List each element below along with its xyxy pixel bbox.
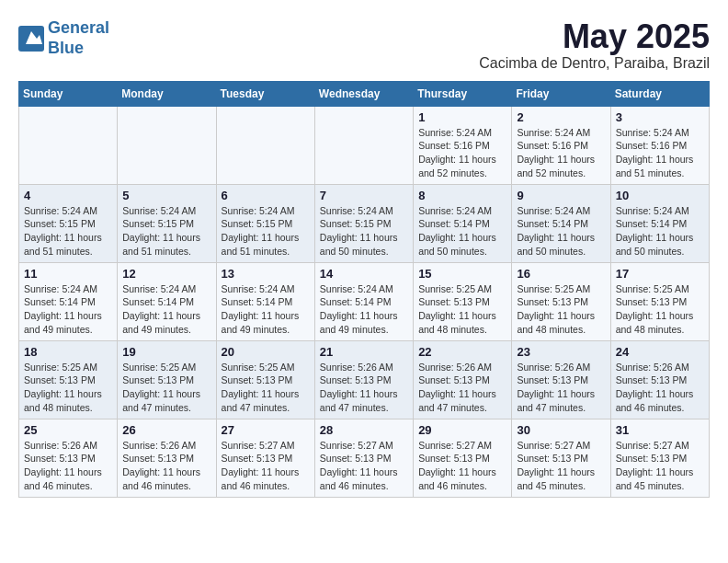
day-number: 14 <box>320 267 408 281</box>
calendar-cell: 15Sunrise: 5:25 AM Sunset: 5:13 PM Dayli… <box>414 262 512 340</box>
calendar-cell: 4Sunrise: 5:24 AM Sunset: 5:15 PM Daylig… <box>19 184 118 262</box>
calendar-table: SundayMondayTuesdayWednesdayThursdayFrid… <box>18 81 710 498</box>
day-number: 19 <box>122 345 210 359</box>
calendar-cell: 18Sunrise: 5:25 AM Sunset: 5:13 PM Dayli… <box>19 340 118 419</box>
location-title: Cacimba de Dentro, Paraiba, Brazil <box>479 55 710 72</box>
calendar-cell: 11Sunrise: 5:24 AM Sunset: 5:14 PM Dayli… <box>19 262 118 340</box>
day-info: Sunrise: 5:27 AM Sunset: 5:13 PM Dayligh… <box>320 439 408 493</box>
day-info: Sunrise: 5:24 AM Sunset: 5:16 PM Dayligh… <box>418 126 506 180</box>
header-friday: Friday <box>512 81 610 106</box>
day-info: Sunrise: 5:24 AM Sunset: 5:14 PM Dayligh… <box>320 282 408 337</box>
day-number: 22 <box>418 345 506 359</box>
day-number: 2 <box>517 110 605 124</box>
logo-line1: General <box>48 18 109 37</box>
calendar-cell: 13Sunrise: 5:24 AM Sunset: 5:14 PM Dayli… <box>216 262 314 340</box>
day-info: Sunrise: 5:26 AM Sunset: 5:13 PM Dayligh… <box>616 361 704 415</box>
calendar-cell <box>19 106 118 184</box>
month-title: May 2025 <box>479 18 710 55</box>
calendar-cell: 28Sunrise: 5:27 AM Sunset: 5:13 PM Dayli… <box>314 419 413 497</box>
day-number: 10 <box>616 189 704 202</box>
day-number: 15 <box>418 267 506 281</box>
calendar-week-1: 1Sunrise: 5:24 AM Sunset: 5:16 PM Daylig… <box>19 106 710 184</box>
day-number: 23 <box>517 345 605 359</box>
calendar-cell: 22Sunrise: 5:26 AM Sunset: 5:13 PM Dayli… <box>414 340 512 419</box>
calendar-cell <box>314 106 413 184</box>
day-info: Sunrise: 5:26 AM Sunset: 5:13 PM Dayligh… <box>517 361 605 415</box>
calendar-cell: 31Sunrise: 5:27 AM Sunset: 5:13 PM Dayli… <box>610 419 709 497</box>
day-number: 7 <box>320 189 408 202</box>
day-number: 29 <box>418 423 506 437</box>
day-info: Sunrise: 5:25 AM Sunset: 5:13 PM Dayligh… <box>122 361 210 415</box>
day-number: 1 <box>418 110 506 124</box>
calendar-cell: 29Sunrise: 5:27 AM Sunset: 5:13 PM Dayli… <box>414 419 512 497</box>
day-info: Sunrise: 5:25 AM Sunset: 5:13 PM Dayligh… <box>24 361 112 415</box>
calendar-cell: 8Sunrise: 5:24 AM Sunset: 5:14 PM Daylig… <box>414 184 512 262</box>
day-number: 26 <box>122 423 210 437</box>
day-number: 20 <box>222 345 310 359</box>
day-number: 30 <box>517 423 605 437</box>
calendar-week-2: 4Sunrise: 5:24 AM Sunset: 5:15 PM Daylig… <box>19 184 710 262</box>
day-info: Sunrise: 5:24 AM Sunset: 5:14 PM Dayligh… <box>616 204 704 259</box>
header-wednesday: Wednesday <box>314 81 413 106</box>
day-number: 24 <box>616 345 704 359</box>
day-info: Sunrise: 5:24 AM Sunset: 5:14 PM Dayligh… <box>222 282 310 337</box>
day-number: 9 <box>517 189 605 202</box>
calendar-cell: 30Sunrise: 5:27 AM Sunset: 5:13 PM Dayli… <box>512 419 610 497</box>
day-number: 18 <box>24 345 112 359</box>
day-info: Sunrise: 5:25 AM Sunset: 5:13 PM Dayligh… <box>418 282 506 337</box>
day-info: Sunrise: 5:24 AM Sunset: 5:15 PM Dayligh… <box>222 204 310 259</box>
calendar-cell: 23Sunrise: 5:26 AM Sunset: 5:13 PM Dayli… <box>512 340 610 419</box>
day-number: 3 <box>616 110 704 124</box>
calendar-cell: 5Sunrise: 5:24 AM Sunset: 5:15 PM Daylig… <box>118 184 216 262</box>
calendar-cell: 25Sunrise: 5:26 AM Sunset: 5:13 PM Dayli… <box>19 419 118 497</box>
logo-line2: Blue <box>48 39 84 57</box>
day-number: 31 <box>616 423 704 437</box>
day-number: 8 <box>418 189 506 202</box>
calendar-cell: 3Sunrise: 5:24 AM Sunset: 5:16 PM Daylig… <box>610 106 709 184</box>
calendar-cell: 27Sunrise: 5:27 AM Sunset: 5:13 PM Dayli… <box>216 419 314 497</box>
calendar-cell: 17Sunrise: 5:25 AM Sunset: 5:13 PM Dayli… <box>610 262 709 340</box>
calendar-week-4: 18Sunrise: 5:25 AM Sunset: 5:13 PM Dayli… <box>19 340 710 419</box>
day-info: Sunrise: 5:27 AM Sunset: 5:13 PM Dayligh… <box>517 439 605 493</box>
calendar-cell: 26Sunrise: 5:26 AM Sunset: 5:13 PM Dayli… <box>118 419 216 497</box>
calendar-header-row: SundayMondayTuesdayWednesdayThursdayFrid… <box>19 81 710 106</box>
header-tuesday: Tuesday <box>216 81 314 106</box>
calendar-cell: 10Sunrise: 5:24 AM Sunset: 5:14 PM Dayli… <box>610 184 709 262</box>
page-header: General Blue May 2025 Cacimba de Dentro,… <box>18 18 710 72</box>
calendar-cell: 16Sunrise: 5:25 AM Sunset: 5:13 PM Dayli… <box>512 262 610 340</box>
day-info: Sunrise: 5:24 AM Sunset: 5:14 PM Dayligh… <box>418 204 506 259</box>
calendar-week-3: 11Sunrise: 5:24 AM Sunset: 5:14 PM Dayli… <box>19 262 710 340</box>
calendar-cell: 12Sunrise: 5:24 AM Sunset: 5:14 PM Dayli… <box>118 262 216 340</box>
day-info: Sunrise: 5:24 AM Sunset: 5:14 PM Dayligh… <box>24 282 112 337</box>
header-saturday: Saturday <box>610 81 709 106</box>
day-info: Sunrise: 5:24 AM Sunset: 5:15 PM Dayligh… <box>320 204 408 259</box>
day-number: 27 <box>222 423 310 437</box>
logo: General Blue <box>18 18 109 58</box>
day-info: Sunrise: 5:24 AM Sunset: 5:15 PM Dayligh… <box>24 204 112 259</box>
day-info: Sunrise: 5:27 AM Sunset: 5:13 PM Dayligh… <box>418 439 506 493</box>
day-info: Sunrise: 5:26 AM Sunset: 5:13 PM Dayligh… <box>122 439 210 493</box>
day-info: Sunrise: 5:27 AM Sunset: 5:13 PM Dayligh… <box>616 439 704 493</box>
day-info: Sunrise: 5:24 AM Sunset: 5:16 PM Dayligh… <box>616 126 704 180</box>
day-info: Sunrise: 5:24 AM Sunset: 5:14 PM Dayligh… <box>122 282 210 337</box>
calendar-week-5: 25Sunrise: 5:26 AM Sunset: 5:13 PM Dayli… <box>19 419 710 497</box>
day-info: Sunrise: 5:27 AM Sunset: 5:13 PM Dayligh… <box>222 439 310 493</box>
calendar-cell: 1Sunrise: 5:24 AM Sunset: 5:16 PM Daylig… <box>414 106 512 184</box>
calendar-cell <box>118 106 216 184</box>
calendar-cell: 21Sunrise: 5:26 AM Sunset: 5:13 PM Dayli… <box>314 340 413 419</box>
day-number: 28 <box>320 423 408 437</box>
day-info: Sunrise: 5:25 AM Sunset: 5:13 PM Dayligh… <box>616 282 704 337</box>
day-number: 12 <box>122 267 210 281</box>
day-info: Sunrise: 5:24 AM Sunset: 5:15 PM Dayligh… <box>122 204 210 259</box>
logo-text: General Blue <box>48 18 109 58</box>
calendar-cell: 7Sunrise: 5:24 AM Sunset: 5:15 PM Daylig… <box>314 184 413 262</box>
header-sunday: Sunday <box>19 81 118 106</box>
day-number: 13 <box>222 267 310 281</box>
day-info: Sunrise: 5:24 AM Sunset: 5:16 PM Dayligh… <box>517 126 605 180</box>
calendar-cell: 19Sunrise: 5:25 AM Sunset: 5:13 PM Dayli… <box>118 340 216 419</box>
header-monday: Monday <box>118 81 216 106</box>
day-info: Sunrise: 5:26 AM Sunset: 5:13 PM Dayligh… <box>24 439 112 493</box>
day-info: Sunrise: 5:25 AM Sunset: 5:13 PM Dayligh… <box>517 282 605 337</box>
calendar-cell: 24Sunrise: 5:26 AM Sunset: 5:13 PM Dayli… <box>610 340 709 419</box>
day-info: Sunrise: 5:26 AM Sunset: 5:13 PM Dayligh… <box>320 361 408 415</box>
